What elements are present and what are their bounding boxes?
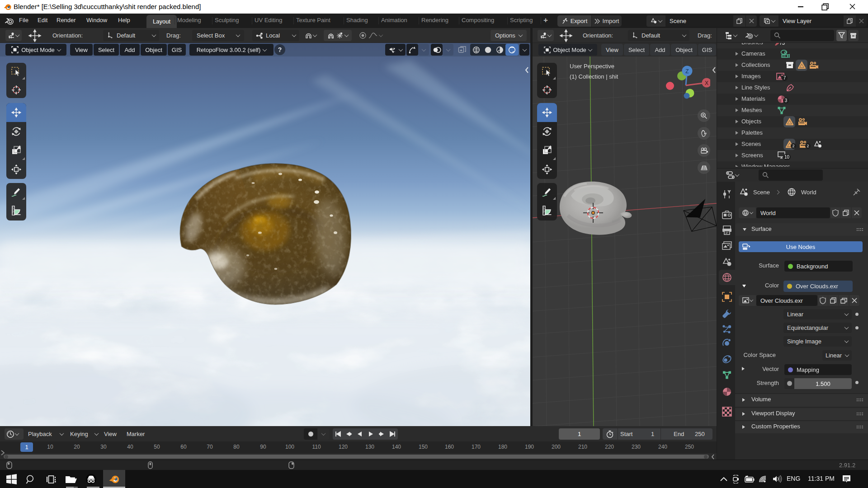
svg-text:Z: Z: [685, 68, 689, 75]
svg-text:X: X: [705, 80, 708, 86]
